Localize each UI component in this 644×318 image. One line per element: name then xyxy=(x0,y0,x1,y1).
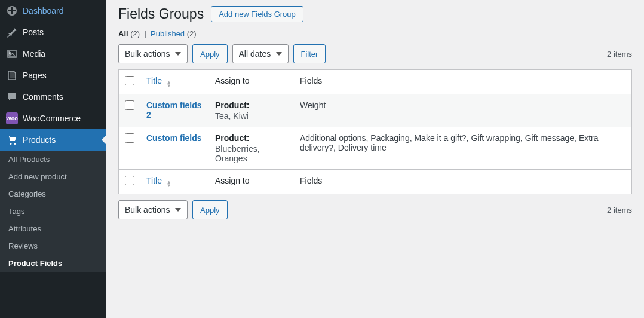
page-header: Fields Groups Add new Fields Group xyxy=(118,6,632,22)
sort-icon: ▲▼ xyxy=(167,81,171,88)
sidebar-submenu: All Products Add new product Categories … xyxy=(0,151,106,272)
row-title-link[interactable]: Custom fields 2 xyxy=(146,100,202,120)
media-icon xyxy=(6,48,18,60)
sidebar-item-woocommerce[interactable]: Woo WooCommerce xyxy=(0,108,106,129)
items-count-bottom: 2 items xyxy=(607,206,632,215)
submenu-item-tags[interactable]: Tags xyxy=(0,203,106,220)
submenu-item-reviews[interactable]: Reviews xyxy=(0,237,106,255)
pin-icon xyxy=(6,26,18,38)
sidebar-item-label: Media xyxy=(23,49,45,59)
dashboard-icon xyxy=(6,5,18,17)
bulk-actions-select-bottom[interactable]: Bulk actions xyxy=(118,200,188,219)
add-new-button[interactable]: Add new Fields Group xyxy=(211,6,303,22)
submenu-item-categories[interactable]: Categories xyxy=(0,185,106,203)
page-title: Fields Groups xyxy=(118,6,204,22)
fields-cell: Weight xyxy=(294,94,632,127)
row-checkbox[interactable] xyxy=(125,100,134,110)
sidebar-item-label: Pages xyxy=(23,71,47,80)
column-footer-title[interactable]: Title ▲▼ xyxy=(140,170,209,194)
sidebar-item-label: WooCommerce xyxy=(23,114,81,123)
column-header-fields: Fields xyxy=(294,70,632,94)
fields-cell: Additional options, Packaging, Make it a… xyxy=(294,127,632,170)
table-row: Custom fields Product: Blueberries, Oran… xyxy=(119,127,632,170)
column-header-assign: Assign to xyxy=(209,70,294,94)
tablenav-top: Bulk actions Apply All dates Filter 2 it… xyxy=(118,44,632,63)
sidebar-item-pages[interactable]: Pages xyxy=(0,65,106,86)
pages-icon xyxy=(6,69,18,81)
column-footer-assign: Assign to xyxy=(209,170,294,194)
submenu-item-all-products[interactable]: All Products xyxy=(0,151,106,168)
status-filter-links: All (2) | Published (2) xyxy=(118,29,632,38)
sidebar-item-media[interactable]: Media xyxy=(0,43,106,65)
filter-button[interactable]: Filter xyxy=(293,44,326,63)
main-content: Fields Groups Add new Fields Group All (… xyxy=(106,0,644,318)
submenu-item-product-fields[interactable]: Product Fields xyxy=(0,255,106,272)
sidebar-item-products[interactable]: Products xyxy=(0,129,106,151)
sidebar-item-label: Products xyxy=(23,135,56,145)
comment-icon xyxy=(6,91,18,103)
tablenav-bottom: Bulk actions Apply 2 items xyxy=(118,200,632,219)
row-title-link[interactable]: Custom fields xyxy=(146,133,202,143)
fields-groups-table: Title ▲▼ Assign to Fields Custom fields … xyxy=(118,69,632,194)
assign-label: Product: xyxy=(215,133,288,143)
table-row: Custom fields 2 Product: Tea, Kiwi Weigh… xyxy=(119,94,632,127)
submenu-item-attributes[interactable]: Attributes xyxy=(0,220,106,237)
filter-all-link[interactable]: All xyxy=(118,29,128,38)
sort-icon: ▲▼ xyxy=(167,181,171,188)
admin-sidebar: Dashboard Posts Media Pages Comments Woo… xyxy=(0,0,106,318)
filter-published-link[interactable]: Published xyxy=(151,29,185,38)
apply-button-bottom[interactable]: Apply xyxy=(192,200,228,219)
submenu-item-add-new-product[interactable]: Add new product xyxy=(0,168,106,185)
filter-all-count: (2) xyxy=(130,29,140,38)
items-count: 2 items xyxy=(607,50,632,59)
row-checkbox[interactable] xyxy=(125,133,134,143)
sidebar-item-comments[interactable]: Comments xyxy=(0,86,106,108)
assign-values: Tea, Kiwi xyxy=(215,111,288,121)
select-all-checkbox[interactable] xyxy=(125,76,134,85)
column-footer-fields: Fields xyxy=(294,170,632,194)
assign-label: Product: xyxy=(215,100,288,110)
date-filter-select[interactable]: All dates xyxy=(232,44,289,63)
assign-values: Blueberries, Oranges xyxy=(215,144,288,163)
column-header-title[interactable]: Title ▲▼ xyxy=(140,70,209,94)
apply-button[interactable]: Apply xyxy=(192,44,228,63)
select-all-checkbox-bottom[interactable] xyxy=(125,176,134,185)
filter-published-count: (2) xyxy=(187,29,197,38)
sidebar-item-dashboard[interactable]: Dashboard xyxy=(0,0,106,22)
sidebar-item-label: Comments xyxy=(23,92,63,102)
sidebar-item-posts[interactable]: Posts xyxy=(0,22,106,43)
woo-icon: Woo xyxy=(6,112,18,124)
sidebar-item-label: Posts xyxy=(23,27,44,37)
products-icon xyxy=(6,134,18,146)
sidebar-item-label: Dashboard xyxy=(23,6,64,16)
bulk-actions-select[interactable]: Bulk actions xyxy=(118,44,188,63)
